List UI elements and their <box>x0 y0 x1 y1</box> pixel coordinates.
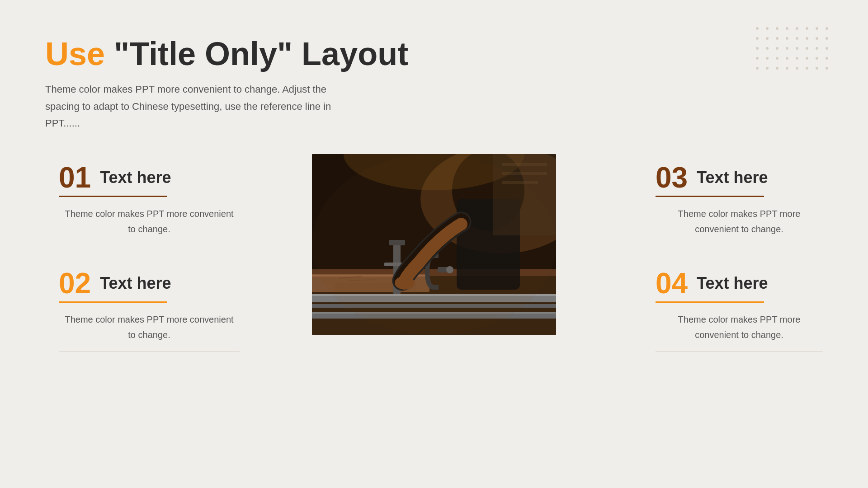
item-01-body: Theme color makes PPT more convenient to… <box>59 206 240 237</box>
left-column: 01 Text here Theme color makes PPT more … <box>45 154 240 366</box>
slide: for(let i=0;i<40;i++) document.write('<d… <box>0 0 868 488</box>
item-04-body: Theme color makes PPT more convenient to… <box>656 312 823 343</box>
right-column: 03 Text here Theme color makes PPT more … <box>628 154 823 366</box>
item-03-number: 03 <box>656 163 688 192</box>
item-04-header: 04 Text here <box>656 269 823 298</box>
item-01-card: 01 Text here Theme color makes PPT more … <box>45 154 240 255</box>
dot-grid-decoration: for(let i=0;i<40;i++) document.write('<d… <box>756 27 832 73</box>
item-02-body: Theme color makes PPT more convenient to… <box>59 312 240 343</box>
item-04-divider <box>656 301 764 303</box>
title-use-word: Use <box>45 36 105 72</box>
item-04-title: Text here <box>697 274 768 293</box>
item-03-header: 03 Text here <box>656 163 823 192</box>
item-03-card: 03 Text here Theme color makes PPT more … <box>628 154 823 255</box>
item-04-separator <box>656 352 823 352</box>
title-area: Use "Title Only" Layout Theme color make… <box>45 36 823 131</box>
subtitle-text: Theme color makes PPT more convenient to… <box>45 81 353 131</box>
svg-point-27 <box>312 154 556 335</box>
title-rest: "Title Only" Layout <box>105 36 408 72</box>
item-02-card: 02 Text here Theme color makes PPT more … <box>45 260 240 361</box>
item-02-separator <box>59 352 240 352</box>
item-01-title: Text here <box>100 168 171 187</box>
item-02-title: Text here <box>100 274 171 293</box>
item-02-header: 02 Text here <box>59 269 240 298</box>
svg-rect-24 <box>502 163 547 166</box>
item-01-divider <box>59 196 167 197</box>
item-03-body: Theme color makes PPT more convenient to… <box>656 206 823 237</box>
item-03-separator <box>656 246 823 246</box>
content-area: 01 Text here Theme color makes PPT more … <box>45 154 823 366</box>
item-02-number: 02 <box>59 269 91 298</box>
item-04-number: 04 <box>656 269 688 298</box>
workshop-photo <box>312 154 556 335</box>
item-01-header: 01 Text here <box>59 163 240 192</box>
item-01-number: 01 <box>59 163 91 192</box>
item-03-title: Text here <box>697 168 768 187</box>
item-03-divider <box>656 196 764 197</box>
center-image-area <box>240 154 628 335</box>
item-04-card: 04 Text here Theme color makes PPT more … <box>628 260 823 361</box>
page-title: Use "Title Only" Layout <box>45 36 823 72</box>
item-01-separator <box>59 246 240 246</box>
workshop-svg <box>312 154 556 335</box>
item-02-divider <box>59 301 167 303</box>
